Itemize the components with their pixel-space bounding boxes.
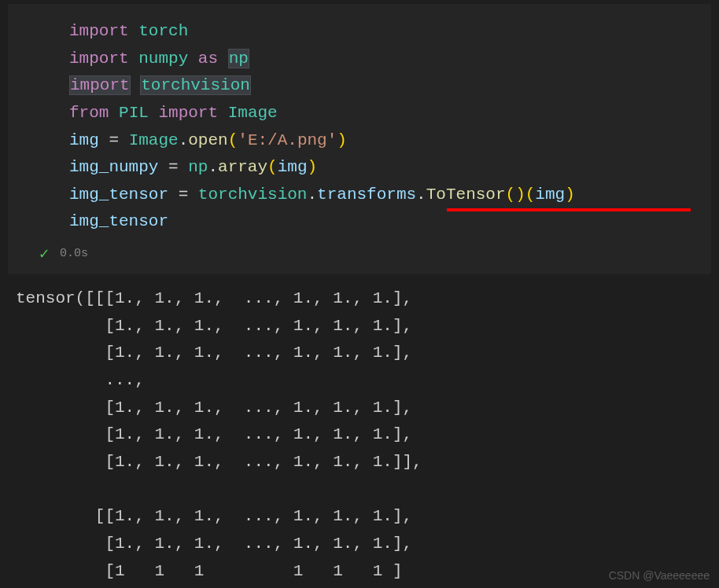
code-line: import numpy as np [69, 46, 711, 73]
class-ref: Image [129, 131, 179, 149]
output-line: ..., [16, 367, 719, 395]
keyword-import: import [158, 104, 218, 122]
paren-close: ) [565, 186, 575, 204]
paren-close: ) [308, 158, 318, 176]
function-call: array [218, 158, 267, 176]
keyword-import: import [69, 22, 129, 40]
class-name: Image [228, 104, 278, 122]
output-line: [1., 1., 1., ..., 1., 1., 1.]], [16, 449, 719, 476]
alias-name: np [228, 49, 249, 68]
module-name: torch [138, 22, 188, 40]
output-line: [1., 1., 1., ..., 1., 1., 1.], [16, 313, 719, 340]
module-ref: np [188, 158, 208, 176]
module-ref: torchvision [198, 186, 308, 204]
operator: = [168, 186, 198, 204]
code-line: from PIL import Image [69, 100, 711, 127]
execution-time: 0.0s [60, 247, 88, 260]
variable: img [69, 131, 99, 149]
keyword-as: as [198, 50, 218, 68]
attribute: transforms [317, 186, 416, 204]
function-call: ToTensor [426, 186, 506, 204]
output-line [16, 476, 719, 504]
variable: img_tensor [69, 186, 168, 204]
keyword-from: from [69, 104, 109, 122]
paren-open: ( [267, 158, 278, 176]
success-icon: ✓ [39, 244, 49, 263]
keyword-import: import [69, 50, 129, 68]
variable: img_tensor [69, 212, 168, 230]
output-line: tensor([[[1., 1., 1., ..., 1., 1., 1.], [16, 285, 719, 313]
module-name: PIL [119, 104, 149, 122]
output-line: [1., 1., 1., ..., 1., 1., 1.], [16, 421, 719, 449]
code-line: img_numpy = np.array(img) [69, 154, 711, 182]
code-line: img_tensor [69, 208, 711, 236]
variable: img_numpy [69, 158, 158, 176]
operator: = [99, 131, 129, 149]
keyword-import: import [69, 75, 131, 95]
dot: . [208, 158, 218, 176]
paren-open: ( [228, 131, 238, 149]
module-name: numpy [138, 50, 188, 68]
output-line: [1., 1., 1., ..., 1., 1., 1.], [16, 395, 719, 422]
cell-status: ✓ 0.0s [8, 236, 711, 266]
code-editor[interactable]: import torch import numpy as np import t… [8, 18, 711, 236]
dot: . [179, 131, 189, 149]
parens: ()( [506, 186, 536, 204]
dot: . [416, 186, 426, 204]
code-line: import torchvision [69, 72, 711, 100]
argument: img [278, 158, 308, 176]
paren-close: ) [337, 131, 347, 149]
output-line: [[1., 1., 1., ..., 1., 1., 1.], [16, 503, 719, 531]
operator: = [158, 158, 188, 176]
annotation-underline [447, 208, 691, 211]
output-line: [1., 1., 1., ..., 1., 1., 1.], [16, 340, 719, 367]
code-cell: import torch import numpy as np import t… [8, 4, 711, 274]
function-call: open [188, 131, 227, 149]
code-line: import torch [69, 18, 711, 46]
code-line: img_tensor = torchvision.transforms.ToTe… [69, 182, 711, 209]
code-line: img = Image.open('E:/A.png') [69, 127, 711, 155]
argument: img [535, 186, 565, 204]
dot: . [307, 186, 317, 204]
output-line: [1., 1., 1., ..., 1., 1., 1.], [16, 531, 719, 558]
string-literal: 'E:/A.png' [238, 131, 337, 149]
watermark: CSDN @Vaeeeeeee [609, 569, 710, 582]
cell-output: tensor([[[1., 1., 1., ..., 1., 1., 1.], … [0, 274, 719, 585]
module-name: torchvision [140, 75, 251, 95]
